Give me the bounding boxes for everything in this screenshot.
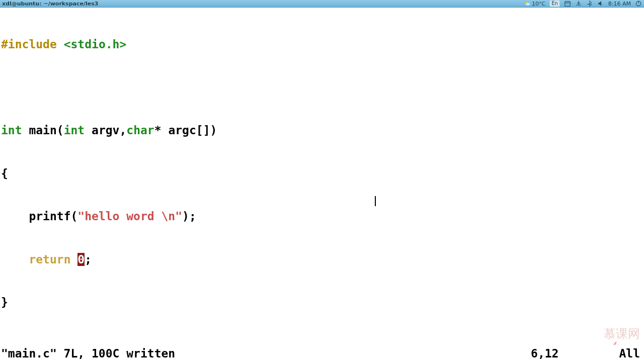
cursor-position: 6,12 <box>531 345 619 362</box>
code-line: return 0; <box>1 252 643 267</box>
code-line: int main(int argv,char* argc[]) <box>1 123 643 138</box>
scroll-percent: All <box>619 345 643 362</box>
svg-point-1 <box>526 3 530 6</box>
window-title: xdl@ubuntu: ~/workspace/les3 <box>2 1 98 7</box>
code-line: } <box>1 295 643 310</box>
code-line: { <box>1 166 643 181</box>
status-message: "main.c" 7L, 100C written <box>1 345 175 362</box>
calendar-icon[interactable] <box>564 0 571 7</box>
weather-indicator[interactable]: 10°C <box>524 0 545 7</box>
weather-icon <box>524 0 531 7</box>
shutdown-icon[interactable] <box>635 0 642 7</box>
code-line: printf("hello word \n"); <box>1 209 643 224</box>
code-line: #include <stdio.h> <box>1 37 643 52</box>
vim-status-line: "main.c" 7L, 100C written 6,12 All <box>0 345 644 362</box>
input-method-indicator[interactable]: En <box>549 0 560 7</box>
cursor-char: 0 <box>77 253 85 266</box>
text-cursor-icon <box>375 196 376 206</box>
clock[interactable]: 8:16 AM <box>608 1 631 7</box>
empty-line-tilde: ~ <box>1 338 643 345</box>
code-line <box>1 80 643 95</box>
vim-editor[interactable]: #include <stdio.h> int main(int argv,cha… <box>0 8 644 345</box>
updates-icon[interactable] <box>575 0 582 7</box>
svg-rect-2 <box>565 2 571 6</box>
system-tray: 10°C En 8:16 AM <box>524 0 642 7</box>
weather-temp: 10°C <box>532 1 545 7</box>
volume-icon[interactable] <box>597 0 604 7</box>
bluetooth-icon[interactable] <box>586 0 593 7</box>
system-panel: xdl@ubuntu: ~/workspace/les3 10°C En 8:1… <box>0 0 644 8</box>
